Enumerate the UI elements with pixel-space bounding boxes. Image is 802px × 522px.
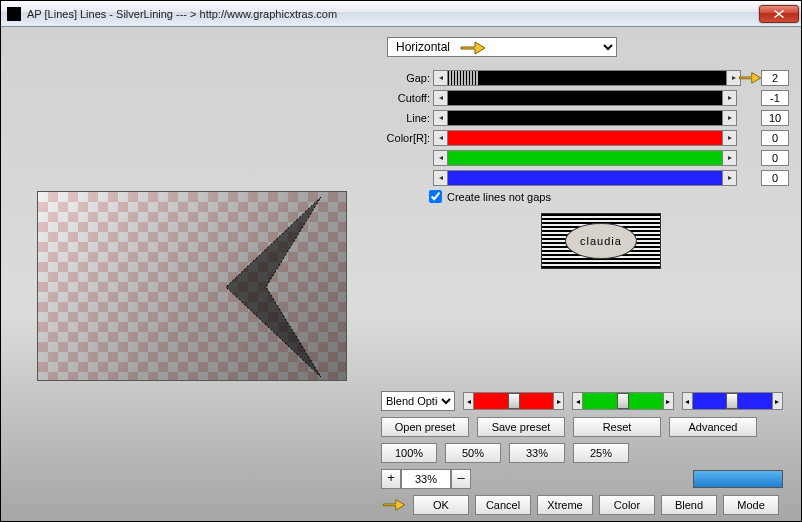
color-b-value[interactable]: 0 xyxy=(761,170,789,186)
arrow-right-icon[interactable]: ▸ xyxy=(772,393,782,409)
orientation-select[interactable]: Horizontal xyxy=(387,37,617,57)
cutoff-value[interactable]: -1 xyxy=(761,90,789,106)
arrow-left-icon[interactable]: ◂ xyxy=(434,151,448,165)
slider-knob[interactable] xyxy=(508,393,520,409)
blend-r-slider[interactable]: ◂ ▸ xyxy=(463,392,564,410)
save-preset-button[interactable]: Save preset xyxy=(477,417,565,437)
color-g-slider[interactable]: ◂ ▸ xyxy=(433,150,737,166)
xtreme-button[interactable]: Xtreme xyxy=(537,495,593,515)
cutoff-label: Cutoff: xyxy=(381,92,433,104)
arrow-left-icon[interactable]: ◂ xyxy=(434,91,448,105)
line-label: Line: xyxy=(381,112,433,124)
arrow-right-icon[interactable]: ▸ xyxy=(726,71,740,85)
color-swatch[interactable] xyxy=(693,470,783,488)
zoom-out-button[interactable]: – xyxy=(451,469,471,489)
arrow-right-icon[interactable]: ▸ xyxy=(553,393,563,409)
color-g-value[interactable]: 0 xyxy=(761,150,789,166)
advanced-button[interactable]: Advanced xyxy=(669,417,757,437)
brand-logo: claudia xyxy=(541,213,661,269)
brand-logo-text: claudia xyxy=(580,235,622,247)
close-button[interactable] xyxy=(759,5,799,23)
arrow-right-icon[interactable]: ▸ xyxy=(722,91,736,105)
slider-knob[interactable] xyxy=(726,393,738,409)
arrow-left-icon[interactable]: ◂ xyxy=(434,171,448,185)
blend-b-slider[interactable]: ◂ ▸ xyxy=(682,392,783,410)
zoom-100-button[interactable]: 100% xyxy=(381,443,437,463)
title-bar: AP [Lines] Lines - SilverLining --- > ht… xyxy=(1,1,801,27)
slider-knob[interactable] xyxy=(617,393,629,409)
arrow-right-icon[interactable]: ▸ xyxy=(722,171,736,185)
gap-value[interactable]: 2 xyxy=(761,70,789,86)
arrow-left-icon[interactable]: ◂ xyxy=(683,393,693,409)
line-slider[interactable]: ◂ ▸ xyxy=(433,110,737,126)
color-r-value[interactable]: 0 xyxy=(761,130,789,146)
zoom-value[interactable]: 33% xyxy=(401,469,451,489)
close-icon xyxy=(774,10,784,18)
zoom-50-button[interactable]: 50% xyxy=(445,443,501,463)
arrow-left-icon[interactable]: ◂ xyxy=(573,393,583,409)
arrow-right-icon[interactable]: ▸ xyxy=(722,131,736,145)
line-value[interactable]: 10 xyxy=(761,110,789,126)
app-icon xyxy=(7,7,21,21)
color-b-slider[interactable]: ◂ ▸ xyxy=(433,170,737,186)
preview-canvas xyxy=(37,191,347,381)
arrow-left-icon[interactable]: ◂ xyxy=(434,131,448,145)
arrow-left-icon[interactable]: ◂ xyxy=(434,111,448,125)
blend-g-slider[interactable]: ◂ ▸ xyxy=(572,392,673,410)
cutoff-slider[interactable]: ◂ ▸ xyxy=(433,90,737,106)
color-r-slider[interactable]: ◂ ▸ xyxy=(433,130,737,146)
cursor-hand-icon xyxy=(381,496,407,514)
ok-button[interactable]: OK xyxy=(413,495,469,515)
blend-button[interactable]: Blend xyxy=(661,495,717,515)
arrow-left-icon[interactable]: ◂ xyxy=(434,71,448,85)
reset-button[interactable]: Reset xyxy=(573,417,661,437)
create-lines-checkbox[interactable] xyxy=(429,190,442,203)
color-r-label: Color[R]: xyxy=(381,132,433,144)
arrow-right-icon[interactable]: ▸ xyxy=(722,151,736,165)
blend-options-select[interactable]: Blend Options xyxy=(381,391,455,411)
arrow-right-icon[interactable]: ▸ xyxy=(722,111,736,125)
create-lines-label: Create lines not gaps xyxy=(447,191,551,203)
gap-slider[interactable]: ◂ ▸ xyxy=(433,70,741,86)
color-button[interactable]: Color xyxy=(599,495,655,515)
window-title: AP [Lines] Lines - SilverLining --- > ht… xyxy=(27,8,759,20)
gap-label: Gap: xyxy=(381,72,433,84)
cancel-button[interactable]: Cancel xyxy=(475,495,531,515)
mode-button[interactable]: Mode xyxy=(723,495,779,515)
arrow-left-icon[interactable]: ◂ xyxy=(464,393,474,409)
zoom-in-button[interactable]: + xyxy=(381,469,401,489)
orientation-select-wrap: Horizontal xyxy=(387,37,617,57)
create-lines-checkbox-wrap[interactable]: Create lines not gaps xyxy=(429,190,789,203)
arrow-right-icon[interactable]: ▸ xyxy=(663,393,673,409)
zoom-25-button[interactable]: 25% xyxy=(573,443,629,463)
open-preset-button[interactable]: Open preset xyxy=(381,417,469,437)
zoom-33-button[interactable]: 33% xyxy=(509,443,565,463)
